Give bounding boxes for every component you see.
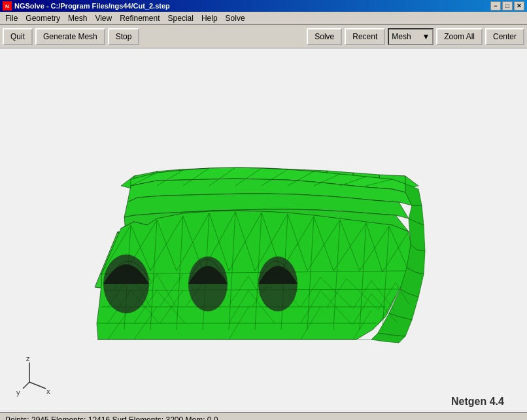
svg-text:y: y [16, 389, 20, 396]
maximize-button[interactable]: □ [502, 1, 513, 10]
center-button[interactable]: Center [485, 28, 524, 45]
netgen-version-label: Netgen 4.4 [451, 396, 504, 407]
dropdown-arrow-icon: ▼ [422, 32, 430, 41]
menu-bar: File Geometry Mesh View Refinement Speci… [0, 12, 527, 25]
title-bar: N NGSolve - C:/Program Files/ngs44/Cut_2… [0, 0, 527, 12]
solve-button[interactable]: Solve [307, 28, 342, 45]
status-text: Points: 2945 Elements: 12416 Surf Elemen… [5, 415, 218, 421]
toolbar: Quit Generate Mesh Stop Solve Recent Mes… [0, 25, 527, 48]
menu-solve[interactable]: Solve [222, 12, 249, 24]
menu-view[interactable]: View [91, 12, 116, 24]
minimize-button[interactable]: − [490, 1, 501, 10]
generate-mesh-button[interactable]: Generate Mesh [35, 28, 105, 45]
svg-text:x: x [46, 387, 50, 395]
close-button[interactable]: ✕ [514, 1, 524, 10]
window-title: NGSolve - C:/Program Files/ngs44/Cut_2.s… [14, 2, 490, 10]
recent-button[interactable]: Recent [345, 28, 385, 45]
menu-mesh[interactable]: Mesh [64, 12, 91, 24]
svg-text:z: z [26, 355, 30, 362]
stop-button[interactable]: Stop [108, 28, 140, 45]
menu-special[interactable]: Special [164, 12, 197, 24]
mesh-dropdown[interactable]: Mesh ▼ [388, 28, 434, 45]
app-icon: N [3, 1, 12, 10]
viewport[interactable]: z x y Netgen 4.4 [0, 48, 527, 412]
menu-help[interactable]: Help [197, 12, 222, 24]
zoom-all-button[interactable]: Zoom All [436, 28, 483, 45]
window-controls: − □ ✕ [490, 1, 524, 10]
status-bar: Points: 2945 Elements: 12416 Surf Elemen… [0, 412, 527, 420]
menu-geometry[interactable]: Geometry [22, 12, 64, 24]
menu-refinement[interactable]: Refinement [116, 12, 163, 24]
quit-button[interactable]: Quit [3, 28, 33, 45]
mesh-dropdown-label: Mesh [392, 32, 422, 41]
menu-file[interactable]: File [1, 12, 22, 24]
mesh-canvas: z x y Netgen 4.4 [0, 48, 527, 412]
